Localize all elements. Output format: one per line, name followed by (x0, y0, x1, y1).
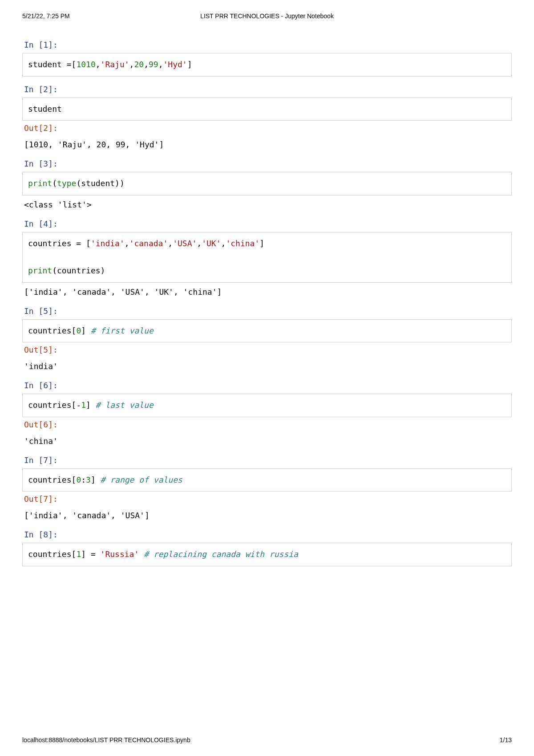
in-prompt: In [8]: (22, 527, 512, 542)
in-prompt: In [3]: (22, 156, 512, 171)
in-prompt: In [5]: (22, 304, 512, 318)
code-input: countries[0:3] # range of values (22, 468, 512, 492)
cell-output: ['india', 'canada', 'USA'] (22, 506, 512, 522)
code-input: countries[1] = 'Russia' # replacining ca… (22, 543, 512, 566)
footer-page-number: 1/13 (500, 736, 512, 744)
code-input: countries[0] # first value (22, 319, 512, 343)
cell-output: <class 'list'> (22, 195, 512, 211)
in-prompt: In [4]: (22, 216, 512, 231)
out-prompt: Out[7]: (22, 492, 512, 506)
code-input: student (22, 98, 512, 121)
code-input: countries[-1] # last value (22, 394, 512, 417)
cell-7: In [7]: countries[0:3] # range of values… (22, 453, 512, 522)
in-prompt: In [6]: (22, 378, 512, 393)
out-prompt: Out[6]: (22, 417, 512, 432)
cell-output: 'india' (22, 357, 512, 373)
in-prompt: In [1]: (22, 37, 512, 52)
cell-output: [1010, 'Raju', 20, 99, 'Hyd'] (22, 135, 512, 151)
header-title: LIST PRR TECHNOLOGIES - Jupyter Notebook (200, 12, 334, 20)
cell-4: In [4]: countries = ['india','canada','U… (22, 216, 512, 298)
cell-output: 'china' (22, 432, 512, 447)
cell-5: In [5]: countries[0] # first value Out[5… (22, 304, 512, 373)
cell-6: In [6]: countries[-1] # last value Out[6… (22, 378, 512, 447)
out-prompt: Out[5]: (22, 342, 512, 357)
footer-url: localhost:8888/notebooks/LIST PRR TECHNO… (22, 736, 190, 744)
code-input: student =[1010,'Raju',20,99,'Hyd'] (22, 53, 512, 77)
cell-output: ['india', 'canada', 'USA', 'UK', 'china'… (22, 283, 512, 298)
in-prompt: In [2]: (22, 82, 512, 97)
code-input: countries = ['india','canada','USA','UK'… (22, 232, 512, 283)
in-prompt: In [7]: (22, 453, 512, 467)
print-footer: localhost:8888/notebooks/LIST PRR TECHNO… (22, 736, 512, 744)
cell-8: In [8]: countries[1] = 'Russia' # replac… (22, 527, 512, 566)
header-timestamp: 5/21/22, 7:25 PM (22, 12, 70, 20)
cell-2: In [2]: student Out[2]: [1010, 'Raju', 2… (22, 82, 512, 151)
code-input: print(type(student)) (22, 172, 512, 195)
cell-1: In [1]: student =[1010,'Raju',20,99,'Hyd… (22, 37, 512, 77)
notebook-content: In [1]: student =[1010,'Raju',20,99,'Hyd… (0, 20, 534, 566)
out-prompt: Out[2]: (22, 121, 512, 135)
cell-3: In [3]: print(type(student)) <class 'lis… (22, 156, 512, 211)
print-header: 5/21/22, 7:25 PM LIST PRR TECHNOLOGIES -… (0, 0, 534, 20)
